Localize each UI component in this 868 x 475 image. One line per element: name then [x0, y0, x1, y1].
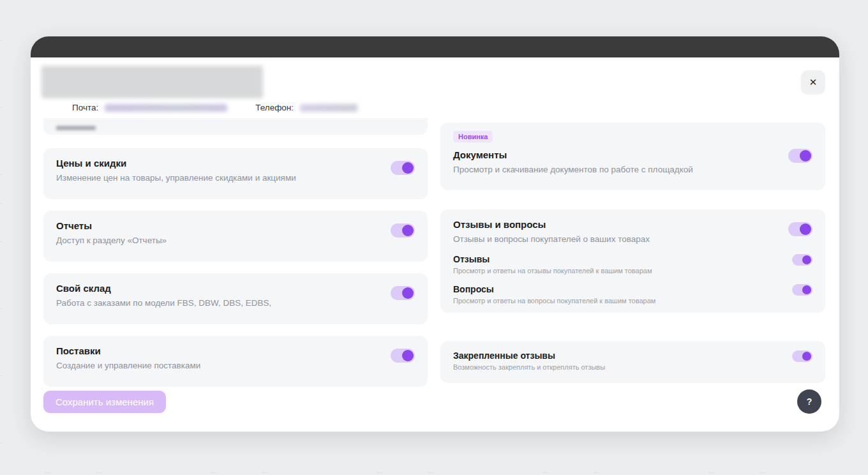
question-mark-icon: ?	[807, 396, 812, 407]
permission-card-documents: Новинка Документы Просмотр и скачивание …	[440, 123, 825, 190]
email-label: Почта:	[72, 103, 98, 112]
phone-label: Телефон:	[255, 103, 294, 112]
permission-card-pinned-reviews: Закрепленные отзывы Возможность закрепля…	[440, 341, 825, 383]
toggle-reviews-questions[interactable]	[788, 222, 812, 236]
permissions-modal: ✕ Почта: Телефон: Цены и скидки Изменени…	[31, 36, 839, 432]
sub-permission-title: Отзывы	[453, 253, 782, 265]
permission-description: Работа с заказами по модели FBS, DBW, DB…	[56, 298, 380, 309]
permission-description: Доступ к разделу «Отчеты»	[56, 235, 380, 246]
sub-permission-reviews: Отзывы Просмотр и ответы на отзывы покуп…	[453, 253, 812, 275]
close-icon: ✕	[809, 77, 818, 88]
permission-description: Изменение цен на товары, управление скид…	[56, 172, 380, 184]
toggle-reviews[interactable]	[792, 254, 812, 266]
permission-title: Закрепленные отзывы	[453, 350, 782, 361]
phone-value-redacted	[300, 104, 357, 112]
new-badge: Новинка	[453, 131, 493, 142]
permission-description: Возможность закреплять и откреплять отзы…	[453, 363, 782, 372]
sub-permission-description: Просмотр и ответы на вопросы покупателей…	[453, 297, 782, 305]
toggle-supplies[interactable]	[391, 349, 415, 363]
toggle-reports[interactable]	[391, 223, 415, 238]
toggle-documents[interactable]	[788, 149, 812, 163]
sub-permission-description: Просмотр и ответы на отзывы покупателей …	[453, 267, 782, 275]
contact-row: Почта: Телефон:	[72, 103, 357, 112]
permission-card-prices: Цены и скидки Изменение цен на товары, у…	[43, 148, 428, 199]
toggle-pinned-reviews[interactable]	[792, 351, 812, 362]
toggle-prices[interactable]	[391, 161, 415, 175]
permission-card-supplies: Поставки Создание и управление поставкам…	[43, 336, 428, 387]
permission-card-clipped	[43, 118, 428, 135]
permission-card-reviews-questions: Отзывы и вопросы Отзывы и вопросы покупа…	[440, 209, 825, 313]
close-button[interactable]: ✕	[801, 70, 825, 94]
toggle-own-warehouse[interactable]	[391, 286, 415, 300]
left-column: Цены и скидки Изменение цен на товары, у…	[43, 118, 428, 387]
email-value-redacted	[105, 104, 227, 112]
save-changes-button[interactable]: Сохранить изменения	[43, 391, 166, 413]
employee-name-redacted	[41, 66, 263, 98]
permission-title: Поставки	[56, 345, 380, 358]
help-button[interactable]: ?	[797, 389, 821, 414]
permission-title: Отчеты	[56, 220, 380, 232]
right-column: Новинка Документы Просмотр и скачивание …	[440, 118, 825, 383]
permission-card-reports: Отчеты Доступ к разделу «Отчеты»	[43, 211, 428, 262]
permission-description: Отзывы и вопросы покупателей о ваших тов…	[453, 234, 778, 245]
clipped-text-redacted	[56, 126, 96, 130]
sub-permission-questions: Вопросы Просмотр и ответы на вопросы пок…	[453, 283, 812, 305]
permission-title: Документы	[453, 149, 778, 162]
modal-top-bar	[31, 36, 839, 57]
permission-description: Создание и управление поставками	[56, 360, 380, 372]
permission-title: Цены и скидки	[56, 157, 380, 170]
permission-title: Свой склад	[56, 282, 380, 295]
sub-permission-title: Вопросы	[453, 283, 782, 295]
permission-card-own-warehouse: Свой склад Работа с заказами по модели F…	[43, 273, 428, 324]
permission-description: Просмотр и скачивание документов по рабо…	[453, 164, 778, 176]
permission-title: Отзывы и вопросы	[453, 218, 778, 231]
toggle-questions[interactable]	[792, 284, 812, 296]
